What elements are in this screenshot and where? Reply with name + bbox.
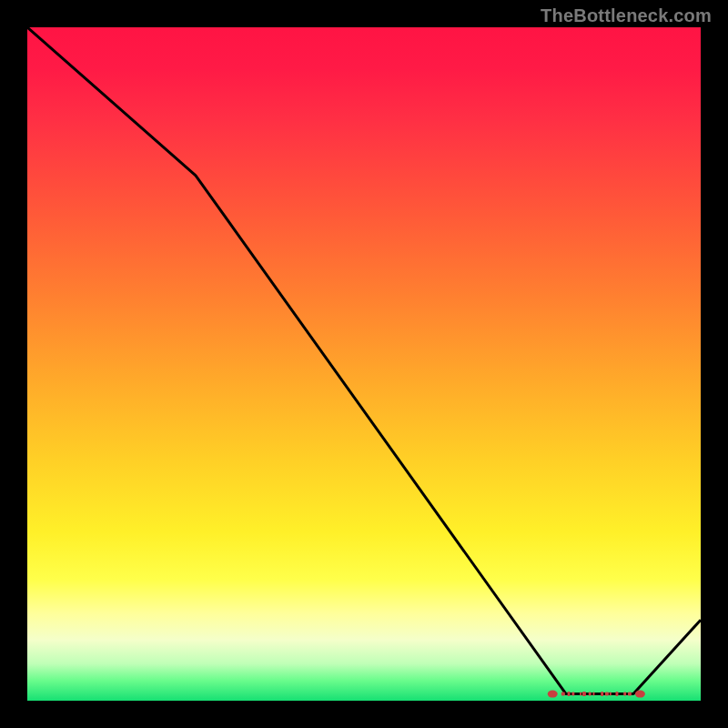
svg-rect-3 bbox=[580, 693, 581, 696]
svg-rect-10 bbox=[615, 692, 618, 696]
svg-rect-2 bbox=[571, 693, 574, 696]
attribution-text: TheBottleneck.com bbox=[541, 5, 712, 26]
annotation-end-marker bbox=[548, 691, 558, 698]
svg-rect-1 bbox=[568, 692, 571, 696]
svg-rect-4 bbox=[582, 692, 586, 696]
chart-frame: TheBottleneck.com bbox=[0, 0, 728, 728]
svg-rect-5 bbox=[589, 693, 592, 696]
svg-rect-11 bbox=[623, 693, 626, 696]
svg-rect-8 bbox=[605, 693, 609, 696]
chart-line bbox=[27, 27, 701, 694]
svg-rect-9 bbox=[610, 693, 612, 696]
svg-rect-12 bbox=[628, 693, 632, 696]
chart-svg bbox=[27, 27, 701, 701]
svg-rect-0 bbox=[561, 693, 565, 696]
svg-rect-7 bbox=[601, 692, 603, 696]
svg-rect-6 bbox=[592, 693, 594, 696]
plot-area bbox=[27, 27, 701, 701]
annotation-end-marker bbox=[635, 691, 645, 698]
